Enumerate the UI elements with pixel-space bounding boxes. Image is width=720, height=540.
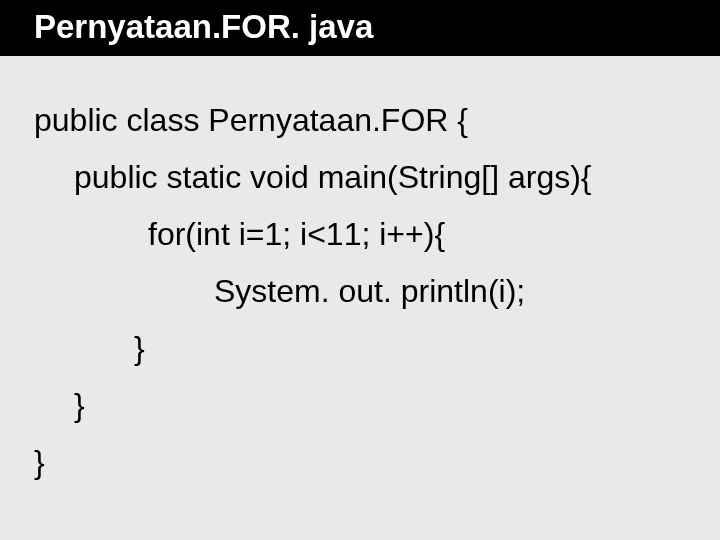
page-title: Pernyataan.FOR. java — [34, 8, 373, 45]
code-line: public class Pernyataan.FOR { — [34, 92, 720, 149]
title-bar: Pernyataan.FOR. java — [0, 0, 720, 56]
code-block: public class Pernyataan.FOR { public sta… — [0, 56, 720, 491]
code-line: for(int i=1; i<11; i++){ — [34, 206, 720, 263]
code-line: } — [34, 434, 720, 491]
slide: Pernyataan.FOR. java public class Pernya… — [0, 0, 720, 540]
code-line: System. out. println(i); — [34, 263, 720, 320]
code-line: } — [34, 320, 720, 377]
code-line: } — [34, 377, 720, 434]
code-line: public static void main(String[] args){ — [34, 149, 720, 206]
